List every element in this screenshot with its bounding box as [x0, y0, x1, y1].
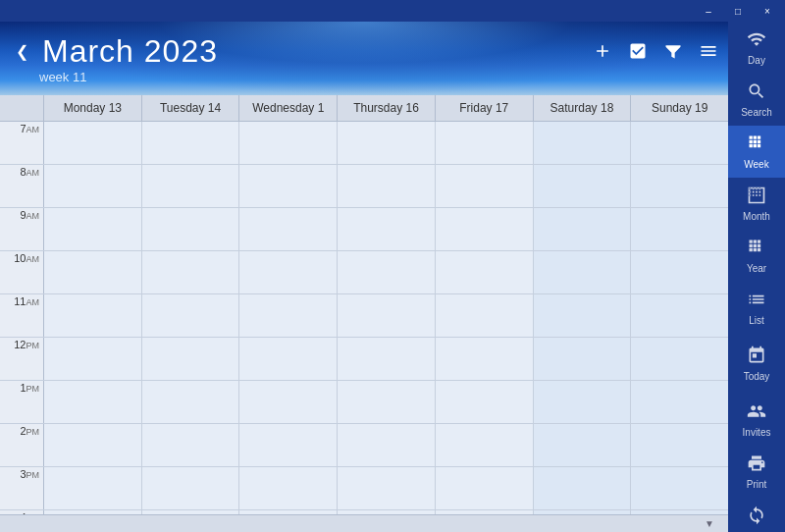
calendar-cell[interactable] — [338, 165, 436, 207]
calendar-cell[interactable] — [44, 338, 142, 380]
calendar-cell[interactable] — [338, 424, 436, 466]
calendar-cell[interactable] — [142, 294, 240, 337]
calendar-cell[interactable] — [631, 338, 728, 380]
calendar-cell[interactable] — [239, 251, 338, 293]
filter-icon — [663, 41, 683, 61]
calendar-cell[interactable] — [436, 424, 534, 466]
calendar-cell[interactable] — [436, 208, 534, 250]
calendar-cell[interactable] — [631, 381, 728, 423]
menu-button[interactable] — [699, 41, 718, 61]
sidebar-item-day[interactable]: Day — [728, 22, 785, 74]
calendar-cell[interactable] — [436, 251, 534, 293]
calendar-cell[interactable] — [631, 208, 728, 250]
calendar-cell[interactable] — [631, 424, 728, 466]
calendar-cell[interactable] — [239, 208, 338, 250]
calendar-cell[interactable] — [534, 381, 632, 423]
calendar-cell[interactable] — [631, 165, 728, 207]
sidebar-item-search[interactable]: Search — [728, 74, 785, 126]
calendar-cell[interactable] — [142, 338, 240, 380]
calendar-cell[interactable] — [338, 122, 436, 164]
sidebar-item-list[interactable]: List — [728, 282, 785, 334]
calendar-cell[interactable] — [338, 251, 436, 293]
calendar-cell[interactable] — [436, 467, 534, 509]
calendar-cell[interactable] — [239, 381, 338, 423]
filter-button[interactable] — [663, 41, 683, 61]
calendar-cell[interactable] — [44, 381, 142, 423]
time-label: 12PM — [0, 338, 44, 380]
calendar-cell[interactable] — [239, 467, 338, 509]
calendar-cell[interactable] — [631, 467, 728, 509]
calendar-cell[interactable] — [142, 122, 240, 164]
calendar-cell[interactable] — [338, 510, 436, 514]
calendar-cell[interactable] — [338, 338, 436, 380]
calendar-cell[interactable] — [44, 467, 142, 509]
calendar-cell[interactable] — [44, 165, 142, 207]
calendar-cell[interactable] — [534, 251, 632, 293]
calendar-cell[interactable] — [44, 510, 142, 514]
calendar-cell[interactable] — [142, 467, 240, 509]
sidebar-label-week: Week — [744, 159, 768, 170]
calendar-cell[interactable] — [44, 424, 142, 466]
sidebar-item-today[interactable]: Today — [728, 338, 785, 390]
time-row: 3PM — [0, 467, 728, 510]
add-event-button[interactable] — [593, 41, 612, 61]
sidebar-item-year[interactable]: Year — [728, 230, 785, 282]
header-top-row: ❮ March 2023 — [10, 33, 728, 70]
calendar-cell[interactable] — [631, 510, 728, 514]
sidebar-item-month[interactable]: Month — [728, 178, 785, 230]
minimize-button[interactable]: – — [695, 2, 722, 20]
time-label: 9AM — [0, 208, 44, 250]
calendar-cell[interactable] — [239, 338, 338, 380]
calendar-cell[interactable] — [534, 208, 632, 250]
sidebar-item-print[interactable]: Print — [728, 446, 785, 498]
calendar-cell[interactable] — [338, 294, 436, 337]
calendar-cell[interactable] — [534, 294, 632, 337]
calendar-cell[interactable] — [142, 510, 240, 514]
calendar-cell[interactable] — [534, 165, 632, 207]
calendar-cell[interactable] — [534, 338, 632, 380]
sidebar-label-list: List — [749, 315, 764, 326]
calendar-cell[interactable] — [142, 208, 240, 250]
calendar-cell[interactable] — [239, 122, 338, 164]
calendar-cell[interactable] — [631, 122, 728, 164]
day-header-fri: Friday 17 — [436, 95, 534, 121]
calendar-cell[interactable] — [44, 122, 142, 164]
check-button[interactable] — [628, 41, 648, 61]
calendar-cell[interactable] — [44, 251, 142, 293]
calendar-cell[interactable] — [338, 467, 436, 509]
calendar-cell[interactable] — [534, 122, 632, 164]
calendar-cell[interactable] — [436, 510, 534, 514]
calendar-cell[interactable] — [436, 165, 534, 207]
sidebar-item-sync[interactable]: Sync — [728, 498, 785, 532]
sidebar-item-week[interactable]: Week — [728, 126, 785, 178]
time-grid-scroll[interactable]: 7AM8AM9AM10AM11AM12PM1PM2PM3PM4PM5PM6PM — [0, 122, 728, 514]
day-header-sun: Sunday 19 — [631, 95, 728, 121]
calendar-cell[interactable] — [142, 381, 240, 423]
calendar-cell[interactable] — [239, 424, 338, 466]
calendar-cell[interactable] — [338, 381, 436, 423]
calendar-cell[interactable] — [436, 381, 534, 423]
calendar-cell[interactable] — [239, 165, 338, 207]
calendar-cell[interactable] — [436, 122, 534, 164]
calendar-cell[interactable] — [338, 208, 436, 250]
prev-arrow-button[interactable]: ❮ — [10, 40, 34, 63]
calendar-cell[interactable] — [44, 208, 142, 250]
list-icon — [747, 290, 766, 312]
calendar-cell[interactable] — [44, 294, 142, 337]
calendar-cell[interactable] — [142, 424, 240, 466]
calendar-cell[interactable] — [534, 424, 632, 466]
close-button[interactable]: × — [754, 2, 781, 20]
calendar-cell[interactable] — [534, 467, 632, 509]
calendar-cell[interactable] — [534, 510, 632, 514]
calendar-cell[interactable] — [239, 510, 338, 514]
calendar-cell[interactable] — [631, 294, 728, 337]
calendar-cell[interactable] — [142, 251, 240, 293]
calendar-cell[interactable] — [436, 338, 534, 380]
sidebar-item-invites[interactable]: Invites — [728, 394, 785, 446]
calendar-cell[interactable] — [436, 294, 534, 337]
calendar-cell[interactable] — [142, 165, 240, 207]
time-grid: 7AM8AM9AM10AM11AM12PM1PM2PM3PM4PM5PM6PM — [0, 122, 728, 514]
calendar-cell[interactable] — [239, 294, 338, 337]
maximize-button[interactable]: □ — [724, 2, 752, 20]
calendar-cell[interactable] — [631, 251, 728, 293]
